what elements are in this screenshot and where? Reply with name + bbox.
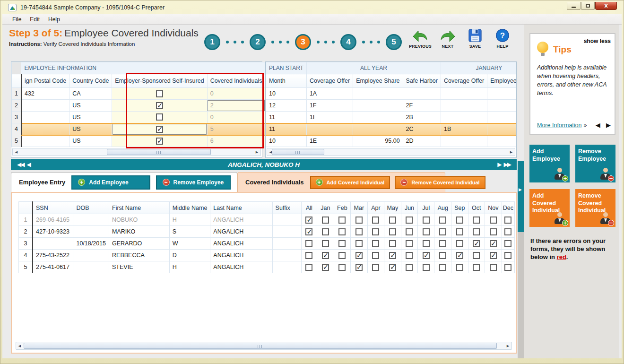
last-name-cell[interactable]: ANGALICH — [210, 261, 272, 273]
month-cell[interactable] — [334, 261, 351, 273]
month-cell[interactable] — [485, 250, 502, 261]
month-checkbox[interactable] — [456, 240, 463, 247]
month-cell[interactable] — [384, 250, 401, 261]
first-name-cell[interactable]: GERARDO — [109, 238, 170, 250]
table-row[interactable]: 2427-10-9323MARIKOSANGALICH — [19, 226, 515, 238]
coverage-cell[interactable]: 1F — [306, 100, 353, 112]
month-checkbox[interactable] — [389, 252, 396, 259]
month-checkbox[interactable] — [490, 228, 497, 235]
month-checkbox[interactable] — [439, 252, 446, 259]
coverage-cell[interactable] — [441, 88, 487, 100]
month-checkbox[interactable] — [473, 264, 480, 271]
add-covered-individual-tile[interactable]: Add Covered Individual+ — [529, 189, 570, 227]
month-checkbox[interactable] — [372, 240, 379, 247]
month-checkbox[interactable] — [338, 217, 346, 224]
column-header[interactable]: SSN — [33, 202, 73, 214]
month-checkbox[interactable] — [504, 240, 511, 247]
column-header[interactable]: Apr — [367, 202, 384, 214]
column-header[interactable]: Oct — [468, 202, 485, 214]
month-checkbox[interactable] — [355, 228, 363, 235]
month-cell[interactable] — [434, 214, 451, 226]
more-information-link[interactable]: More Information — [537, 122, 581, 129]
month-checkbox[interactable] — [389, 228, 396, 235]
coverage-cell[interactable] — [353, 88, 403, 100]
month-checkbox[interactable] — [406, 240, 413, 247]
covered-individuals-cell[interactable]: 0 — [207, 88, 265, 100]
month-cell[interactable] — [418, 226, 434, 238]
column-header[interactable]: Nov — [485, 202, 502, 214]
month-cell[interactable] — [367, 214, 384, 226]
month-cell[interactable] — [401, 261, 417, 273]
middle-name-cell[interactable]: H — [169, 214, 210, 226]
month-checkbox[interactable] — [490, 252, 497, 259]
month-cell[interactable] — [401, 238, 417, 250]
last-name-cell[interactable]: ANGALICH — [210, 238, 272, 250]
month-checkbox[interactable] — [473, 217, 480, 224]
all-months-cell[interactable] — [301, 261, 317, 273]
postal-code-cell[interactable] — [21, 123, 69, 135]
month-cell[interactable] — [351, 250, 368, 261]
all-months-checkbox[interactable] — [305, 240, 312, 247]
middle-name-cell[interactable]: D — [169, 250, 210, 261]
month-cell[interactable] — [334, 250, 351, 261]
help-button[interactable]: ? HELP — [489, 28, 516, 49]
month-checkbox[interactable] — [338, 228, 346, 235]
month-cell[interactable] — [351, 214, 368, 226]
table-row[interactable]: 1269-06-4165NOBUKOHANGALICH — [19, 214, 515, 226]
table-row[interactable]: 112C1B65.00 — [266, 123, 517, 135]
month-checkbox[interactable] — [355, 217, 363, 224]
covered-individuals-cell[interactable]: 5 — [207, 123, 265, 135]
column-header[interactable]: DOB — [73, 202, 109, 214]
column-header[interactable]: Jul — [418, 202, 434, 214]
month-checkbox[interactable] — [439, 217, 446, 224]
column-header[interactable]: Dec — [502, 202, 514, 214]
table-row[interactable]: 4US5 — [12, 123, 265, 135]
coverage-cell[interactable]: 2C — [403, 123, 441, 135]
postal-code-cell[interactable] — [21, 100, 69, 112]
column-header[interactable]: Employee Share — [353, 74, 403, 88]
month-cell[interactable] — [317, 214, 334, 226]
save-button[interactable]: SAVE — [462, 28, 488, 49]
ssn-cell[interactable]: 275-41-0617 — [33, 261, 73, 273]
coverage-cell[interactable]: 10 — [266, 135, 307, 147]
first-name-cell[interactable]: NOBUKO — [109, 214, 170, 226]
coverage-cell[interactable] — [487, 112, 516, 123]
coverage-cell[interactable] — [403, 88, 441, 100]
month-checkbox[interactable] — [322, 217, 329, 224]
month-cell[interactable] — [434, 226, 451, 238]
scroll-right-icon[interactable]: ▶ — [253, 148, 260, 156]
month-cell[interactable] — [367, 250, 384, 261]
title-bar[interactable]: 19-7454844 Sample Company - 1095/1094-C … — [2, 2, 622, 14]
month-cell[interactable] — [384, 238, 401, 250]
table-row[interactable]: 121F2F — [266, 100, 517, 112]
month-checkbox[interactable] — [338, 240, 346, 247]
middle-name-cell[interactable]: W — [169, 238, 210, 250]
month-checkbox[interactable] — [372, 252, 379, 259]
coverage-cell[interactable] — [487, 135, 516, 147]
ssn-cell[interactable]: 275-43-2522 — [33, 250, 73, 261]
month-checkbox[interactable] — [338, 252, 346, 259]
month-checkbox[interactable] — [338, 264, 346, 271]
ssn-cell[interactable]: 427-10-9323 — [33, 226, 73, 238]
last-name-cell[interactable]: ANGALICH — [210, 226, 272, 238]
column-header[interactable]: Aug — [434, 202, 451, 214]
scrollbar-thumb[interactable] — [24, 343, 497, 349]
coverage-cell[interactable]: 65.00 — [487, 123, 516, 135]
month-checkbox[interactable] — [439, 264, 446, 271]
column-header[interactable]: Coverage Offer — [306, 74, 353, 88]
month-cell[interactable] — [367, 226, 384, 238]
month-checkbox[interactable] — [504, 217, 511, 224]
month-cell[interactable] — [502, 214, 514, 226]
coverage-cell[interactable]: 1E — [306, 135, 353, 147]
month-checkbox[interactable] — [439, 240, 446, 247]
table-row[interactable]: 101E95.002D — [266, 135, 517, 147]
menu-edit[interactable]: Edit — [26, 15, 44, 24]
month-cell[interactable] — [485, 226, 502, 238]
column-header[interactable]: Covered Individuals — [207, 74, 265, 88]
suffix-cell[interactable] — [272, 226, 301, 238]
table-row[interactable]: 310/18/2015GERARDOWANGALICH — [19, 238, 515, 250]
table-row[interactable]: 2US2 — [12, 100, 265, 112]
coverage-cell[interactable]: 1I — [306, 112, 353, 123]
month-checkbox[interactable] — [473, 252, 480, 259]
month-checkbox[interactable] — [456, 264, 463, 271]
